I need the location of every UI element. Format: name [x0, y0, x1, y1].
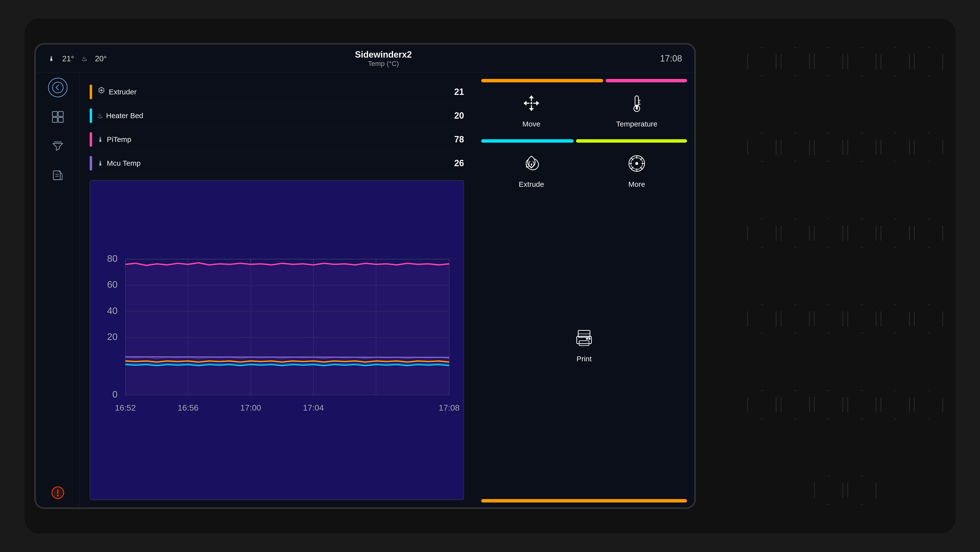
move-button[interactable]: Move: [481, 86, 582, 136]
fan-icon: ♨: [81, 55, 88, 63]
yellow-progress-bar: [576, 139, 687, 143]
svg-rect-1: [52, 112, 57, 116]
svg-rect-59: [579, 341, 589, 346]
svg-text:17:08: 17:08: [439, 403, 460, 412]
data-panel: Extruder 21 ♨ Heater Bed 20: [80, 73, 474, 507]
ambient-temp-value: 21°: [62, 54, 74, 63]
heater-bed-icon: ♨: [97, 112, 103, 120]
svg-point-61: [589, 338, 590, 340]
svg-rect-44: [636, 105, 638, 110]
extruder-value: 21: [444, 87, 464, 97]
pitemp-value: 78: [444, 134, 464, 145]
sidebar-dashboard-button[interactable]: [48, 107, 68, 127]
extruder-label: Extruder: [97, 87, 439, 97]
header-left: 🌡 21° ♨ 20°: [48, 54, 107, 63]
main-content: Extruder 21 ♨ Heater Bed 20: [36, 73, 694, 507]
temperature-chart: 80 60 40 20 0 16:52 16:56 17:00 17:04 17…: [90, 180, 464, 500]
extruder-icon: [97, 87, 106, 97]
pitemp-icon: 🌡: [97, 136, 104, 144]
sensor-rows: Extruder 21 ♨ Heater Bed 20: [90, 80, 464, 175]
svg-text:17:00: 17:00: [240, 403, 261, 412]
svg-text:0: 0: [113, 389, 118, 400]
cyan-progress-bar: [481, 139, 574, 143]
progress-bars-top: [481, 79, 687, 82]
sensor-row-heater-bed: ♨ Heater Bed 20: [90, 104, 464, 128]
middle-control-buttons: Extrude: [481, 146, 687, 196]
temp-label: Temp (°C): [355, 60, 412, 68]
fan-temp-value: 20°: [95, 54, 107, 63]
top-control-buttons: Move Tem: [481, 86, 687, 136]
header-time: 17:08: [660, 53, 682, 64]
svg-point-11: [57, 495, 59, 496]
svg-text:60: 60: [107, 279, 118, 290]
svg-point-0: [52, 82, 63, 93]
svg-text:80: 80: [107, 253, 118, 264]
mcu-temp-icon: 🌡: [97, 160, 104, 168]
svg-text:17:04: 17:04: [303, 403, 324, 412]
more-button[interactable]: More: [587, 146, 687, 196]
svg-rect-3: [52, 117, 57, 122]
heater-bed-label: ♨ Heater Bed: [97, 112, 439, 120]
ambient-temp-icon: 🌡: [48, 55, 55, 63]
svg-rect-2: [58, 112, 63, 116]
printer-body: 🌡 21° ♨ 20° Sidewinderx2 Temp (°C) 17:08: [24, 19, 956, 533]
bottom-orange-bar: [481, 499, 687, 503]
svg-text:20: 20: [107, 332, 118, 342]
move-icon: [522, 93, 541, 117]
heater-progress-bar: [606, 79, 687, 82]
print-icon: [574, 329, 594, 352]
sidebar-alert-button[interactable]: [48, 483, 68, 503]
controls-panel: Move Tem: [474, 73, 694, 507]
svg-point-60: [586, 338, 588, 340]
header-center: Sidewinderx2 Temp (°C): [355, 49, 412, 68]
svg-point-38: [530, 102, 532, 104]
svg-rect-6: [53, 171, 60, 180]
extruder-color-bar: [90, 85, 92, 99]
extruder-progress-bar: [481, 79, 603, 82]
extrude-icon: [522, 154, 541, 177]
sensor-row-mcu-temp: 🌡 Mcu Temp 26: [90, 152, 464, 175]
heater-bed-color-bar: [90, 108, 92, 123]
extrude-button[interactable]: Extrude: [481, 146, 582, 196]
sidebar-files-button[interactable]: [48, 166, 68, 185]
mcu-temp-color-bar: [90, 156, 92, 171]
printer-name: Sidewinderx2: [355, 49, 412, 60]
sidebar-back-button[interactable]: [48, 78, 68, 97]
sensor-row-pitemp: 🌡 PiTemp 78: [90, 128, 464, 152]
sensor-row-extruder: Extruder 21: [90, 80, 464, 104]
pitemp-label: 🌡 PiTemp: [97, 135, 439, 144]
mcu-temp-value: 26: [444, 158, 464, 168]
mcu-temp-label: 🌡 Mcu Temp: [97, 159, 439, 168]
move-label: Move: [522, 120, 540, 128]
print-button[interactable]: Print: [481, 198, 687, 494]
progress-bars-bottom: [481, 139, 687, 143]
pitemp-color-bar: [90, 132, 92, 147]
more-icon: [627, 154, 647, 177]
svg-rect-4: [58, 117, 63, 122]
temperature-button[interactable]: Temperature: [587, 86, 687, 136]
svg-text:16:56: 16:56: [178, 403, 199, 412]
print-label: Print: [576, 355, 592, 363]
svg-text:16:52: 16:52: [115, 403, 136, 412]
heater-bed-value: 20: [444, 110, 464, 121]
sidebar: [36, 73, 80, 507]
svg-point-55: [635, 162, 638, 165]
hex-pattern: [735, 19, 956, 533]
temperature-icon: [628, 93, 645, 117]
screen: 🌡 21° ♨ 20° Sidewinderx2 Temp (°C) 17:08: [34, 43, 696, 509]
header: 🌡 21° ♨ 20° Sidewinderx2 Temp (°C) 17:08: [36, 45, 694, 73]
svg-marker-36: [126, 264, 449, 395]
extrude-label: Extrude: [519, 180, 544, 188]
sidebar-filter-button[interactable]: [48, 137, 68, 156]
svg-text:40: 40: [107, 305, 118, 316]
more-label: More: [628, 180, 645, 188]
temperature-label: Temperature: [616, 120, 657, 128]
